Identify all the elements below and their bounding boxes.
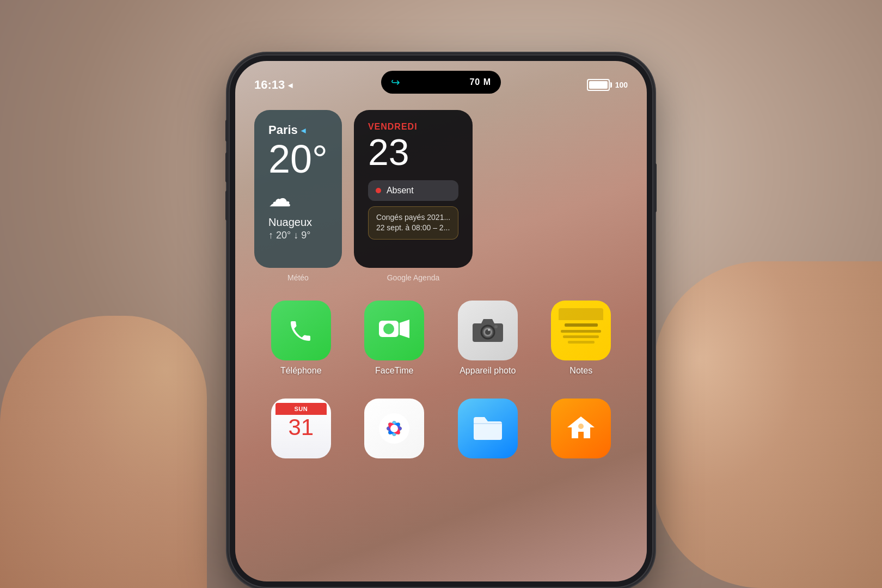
- dock-apps-row: Téléphone FaceTime: [254, 301, 628, 376]
- volume-up-button[interactable]: [225, 152, 229, 182]
- svg-point-6: [494, 325, 498, 328]
- app-notes[interactable]: Notes: [546, 301, 616, 376]
- svg-point-7: [488, 329, 490, 331]
- second-apps-row: SUN 31: [254, 399, 628, 458]
- app-telephone[interactable]: Téléphone: [266, 301, 336, 376]
- telephone-icon: [271, 301, 331, 360]
- location-arrow-icon: ◂: [301, 125, 305, 136]
- weather-temperature: 20°: [268, 139, 328, 179]
- volume-down-button[interactable]: [225, 191, 229, 220]
- telephone-label: Téléphone: [280, 366, 322, 376]
- app-calendar[interactable]: SUN 31: [266, 399, 336, 458]
- battery-fill: [589, 81, 608, 89]
- notes-icon: [551, 301, 611, 360]
- navigation-arrow-icon: ↪: [391, 76, 400, 89]
- camera-icon: [458, 301, 518, 360]
- app-photos[interactable]: [359, 399, 430, 458]
- calendar-date: 23: [368, 132, 458, 173]
- weather-condition: Nuageux: [268, 216, 328, 229]
- calendar-day-name: VENDREDI: [368, 122, 458, 132]
- mute-switch: [225, 120, 229, 142]
- scene: 16:13 ◂ 100 ↪ 70 M: [0, 0, 882, 588]
- location-icon: ◂: [288, 80, 292, 90]
- status-time: 16:13 ◂: [254, 78, 292, 92]
- home-icon: [551, 399, 611, 458]
- distance-display: 70 M: [469, 77, 491, 87]
- status-right: 100: [587, 79, 628, 91]
- svg-point-17: [390, 425, 398, 432]
- iphone-screen: 16:13 ◂ 100 ↪ 70 M: [235, 61, 647, 581]
- event-dot-icon: [376, 188, 381, 193]
- battery-text: 100: [615, 81, 628, 89]
- cloud-icon: ☁: [268, 185, 328, 212]
- hand-right: [653, 261, 882, 588]
- weather-city: Paris ◂: [268, 123, 328, 137]
- event-time: 22 sept. à 08:00 – 2...: [376, 223, 450, 234]
- widgets-area: Paris ◂ 20° ☁ Nuageux ↑ 20° ↓ 9° Météo: [254, 110, 628, 282]
- app-facetime[interactable]: FaceTime: [359, 301, 430, 376]
- iphone-body: 16:13 ◂ 100 ↪ 70 M: [229, 54, 653, 588]
- battery-icon: [587, 79, 610, 91]
- hand-left: [0, 316, 207, 588]
- weather-widget-label: Météo: [254, 273, 342, 282]
- files-icon: [458, 399, 518, 458]
- app-files[interactable]: [452, 399, 523, 458]
- calendar-widget[interactable]: VENDREDI 23 Absent Congés payés 2021... …: [354, 110, 473, 282]
- power-button[interactable]: [653, 163, 657, 212]
- calendar-event-detail: Congés payés 2021... 22 sept. à 08:00 – …: [368, 206, 458, 240]
- weather-minmax: ↑ 20° ↓ 9°: [268, 230, 328, 241]
- app-camera[interactable]: Appareil photo: [452, 301, 523, 376]
- dynamic-island[interactable]: ↪ 70 M: [381, 71, 501, 94]
- facetime-icon: [364, 301, 424, 360]
- photos-icon: [364, 399, 424, 458]
- time-display: 16:13: [254, 78, 285, 92]
- app-home[interactable]: [546, 399, 616, 458]
- svg-point-18: [578, 424, 584, 429]
- event-title: Congés payés 2021...: [376, 212, 450, 223]
- camera-label: Appareil photo: [460, 366, 516, 376]
- svg-marker-1: [400, 320, 409, 338]
- facetime-label: FaceTime: [375, 366, 414, 376]
- calendar-event-absent: Absent: [368, 180, 458, 201]
- calendar-app-icon: SUN 31: [271, 399, 331, 458]
- weather-widget[interactable]: Paris ◂ 20° ☁ Nuageux ↑ 20° ↓ 9° Météo: [254, 110, 342, 282]
- notes-label: Notes: [569, 366, 592, 376]
- calendar-widget-label: Google Agenda: [354, 273, 473, 282]
- svg-point-2: [383, 323, 394, 334]
